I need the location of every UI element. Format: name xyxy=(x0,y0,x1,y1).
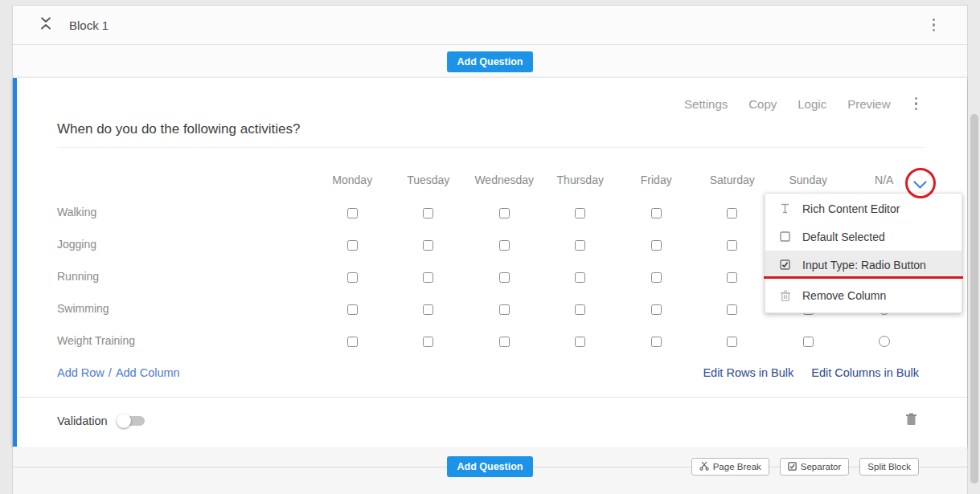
row-label[interactable]: Weight Training xyxy=(57,334,314,347)
menu-item-label: Remove Column xyxy=(802,289,886,302)
column-header[interactable]: Saturday xyxy=(695,174,771,186)
separator-button[interactable]: Separator xyxy=(780,458,850,476)
toggle-knob xyxy=(117,414,131,428)
checkbox[interactable] xyxy=(499,208,510,218)
row-label[interactable]: Jogging xyxy=(57,238,314,251)
column-options-menu: Rich Content Editor Default Selected Inp… xyxy=(765,193,962,313)
toolbar-link[interactable]: Logic xyxy=(798,97,826,111)
checkbox[interactable] xyxy=(575,208,585,218)
checkbox[interactable] xyxy=(803,337,814,347)
checkbox[interactable] xyxy=(651,337,662,347)
menu-item-default-selected[interactable]: Default Selected xyxy=(765,223,962,251)
matrix-cell xyxy=(543,334,619,347)
column-header[interactable]: Wednesday xyxy=(466,174,543,186)
row-label[interactable]: Running xyxy=(57,270,314,283)
checkbox[interactable] xyxy=(347,208,358,218)
rich-text-icon xyxy=(779,203,791,214)
checkbox-checked-icon xyxy=(788,462,797,472)
checkbox[interactable] xyxy=(347,337,358,347)
checkbox[interactable] xyxy=(499,240,510,251)
checkbox[interactable] xyxy=(575,304,585,315)
checkbox[interactable] xyxy=(651,272,662,283)
matrix-cell xyxy=(695,334,771,347)
add-question-button-top[interactable]: Add Question xyxy=(447,51,534,72)
block-title[interactable]: Block 1 xyxy=(69,18,109,32)
footer-strip: Add Question Page Break xyxy=(13,447,967,494)
checkbox[interactable] xyxy=(727,208,737,218)
scrollbar-track xyxy=(968,0,980,494)
menu-item-input-type-radio-button[interactable]: Input Type: Radio Button xyxy=(765,251,962,279)
matrix-cell xyxy=(314,206,391,218)
delete-question-button[interactable] xyxy=(905,413,917,429)
add-question-strip-top: Add Question xyxy=(13,45,967,78)
checkbox[interactable] xyxy=(499,304,510,315)
checkbox[interactable] xyxy=(651,208,662,218)
checkbox[interactable] xyxy=(423,304,433,315)
link-divider: / xyxy=(109,366,112,379)
checkbox[interactable] xyxy=(347,240,358,251)
checkbox[interactable] xyxy=(499,272,510,283)
add-column-link[interactable]: Add Column xyxy=(116,366,180,379)
checkbox[interactable] xyxy=(575,272,585,283)
checkbox[interactable] xyxy=(423,240,433,251)
menu-item-remove-column[interactable]: Remove Column xyxy=(765,280,962,311)
column-header[interactable]: Friday xyxy=(618,174,695,186)
column-header[interactable]: Sunday xyxy=(770,174,847,186)
radio-button[interactable] xyxy=(879,336,890,347)
annotation-red-circle xyxy=(905,168,936,198)
checkbox[interactable] xyxy=(499,337,510,347)
matrix-cell xyxy=(618,206,695,218)
edit-rows-in-bulk-link[interactable]: Edit Rows in Bulk xyxy=(703,366,793,379)
matrix-cell xyxy=(391,270,467,283)
checkbox[interactable] xyxy=(727,304,737,315)
column-header[interactable]: Monday xyxy=(314,174,391,186)
trash-icon xyxy=(905,413,917,429)
split-block-button[interactable]: Split Block xyxy=(859,458,919,476)
column-header[interactable]: Thursday xyxy=(543,174,619,186)
checkbox[interactable] xyxy=(575,337,585,347)
question-toolbar: SettingsCopyLogicPreview xyxy=(17,78,967,113)
kebab-menu-icon[interactable] xyxy=(912,94,921,114)
matrix-cell xyxy=(618,302,695,315)
column-header[interactable]: Tuesday xyxy=(391,174,467,186)
checkbox[interactable] xyxy=(727,337,737,347)
checkbox[interactable] xyxy=(347,272,358,283)
matrix-cell xyxy=(314,334,391,347)
row-label[interactable]: Walking xyxy=(57,206,314,218)
separator-label: Separator xyxy=(801,462,842,472)
toolbar-link[interactable]: Preview xyxy=(847,97,890,111)
matrix-cell xyxy=(618,334,695,347)
matrix-cell xyxy=(466,302,543,315)
menu-item-rich-content-editor[interactable]: Rich Content Editor xyxy=(765,194,962,223)
toolbar-link[interactable]: Copy xyxy=(748,97,777,111)
checkbox[interactable] xyxy=(423,208,433,218)
add-question-button-bottom[interactable]: Add Question xyxy=(447,456,534,477)
checkbox-unchecked-icon xyxy=(779,231,791,242)
row-label[interactable]: Swimming xyxy=(57,302,314,315)
scrollbar-thumb[interactable] xyxy=(970,114,978,484)
toolbar-link[interactable]: Settings xyxy=(684,97,728,111)
page-break-button[interactable]: Page Break xyxy=(691,458,769,476)
checkbox[interactable] xyxy=(575,240,585,251)
menu-item-label: Default Selected xyxy=(802,231,885,243)
matrix-cell xyxy=(770,334,847,347)
menu-item-label: Rich Content Editor xyxy=(802,202,900,215)
edit-columns-in-bulk-link[interactable]: Edit Columns in Bulk xyxy=(811,366,919,379)
checkbox[interactable] xyxy=(423,272,433,283)
collapse-block-button[interactable] xyxy=(40,17,51,33)
checkbox[interactable] xyxy=(727,240,737,251)
checkbox[interactable] xyxy=(727,272,737,283)
kebab-menu-icon[interactable] xyxy=(929,15,939,35)
matrix-cell xyxy=(695,270,771,283)
add-row-link[interactable]: Add Row xyxy=(57,366,105,379)
checkbox[interactable] xyxy=(423,337,433,347)
validation-toggle[interactable] xyxy=(117,416,145,426)
checkbox[interactable] xyxy=(651,240,662,251)
checkbox[interactable] xyxy=(347,304,358,315)
page-break-label: Page Break xyxy=(713,462,761,472)
matrix-cell xyxy=(314,238,391,251)
checkbox[interactable] xyxy=(651,304,662,315)
checkbox-checked-icon xyxy=(779,259,791,270)
matrix-cell xyxy=(391,302,467,315)
question-title[interactable]: When do you do the following activities? xyxy=(57,121,923,137)
